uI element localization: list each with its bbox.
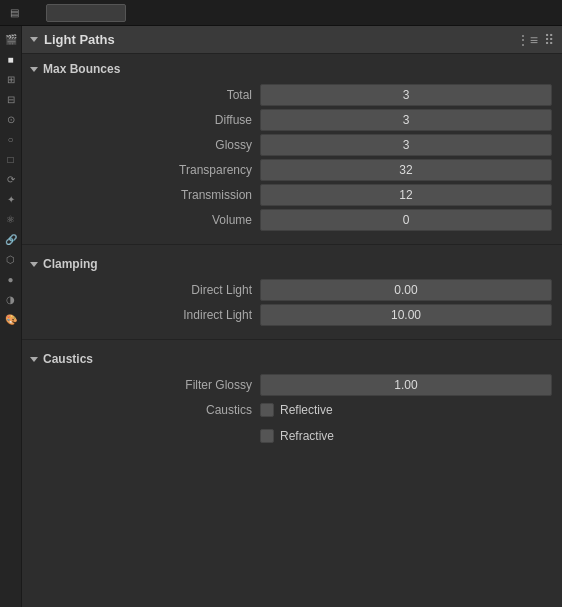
sidebar: 🎬 ■ ⊞ ⊟ ⊙ ○ □ ⟳ ✦ ⚛ 🔗 ⬡ ● ◑ 🎨 [0, 26, 22, 607]
total-value[interactable]: 3 [260, 84, 552, 106]
caustics-label-spacer: Caustics [30, 403, 260, 417]
grid-view-icon[interactable]: ⠿ [544, 32, 554, 48]
list-view-icon[interactable]: ⋮≡ [516, 32, 538, 48]
glossy-field-row: Glossy 3 [30, 134, 554, 156]
volume-field-row: Volume 0 [30, 209, 554, 231]
max-bounces-section: Max Bounces Total 3 Diffuse 3 Glossy 3 T… [22, 54, 562, 240]
panel-header: Light Paths ⋮≡ ⠿ [22, 26, 562, 54]
panel-collapse-icon[interactable] [30, 37, 38, 42]
caustics-title: Caustics [43, 352, 93, 366]
refractive-checkbox[interactable] [260, 429, 274, 443]
glossy-value[interactable]: 3 [260, 134, 552, 156]
caustics-collapse-icon [30, 357, 38, 362]
max-bounces-header[interactable]: Max Bounces [30, 60, 554, 78]
transparency-value[interactable]: 32 [260, 159, 552, 181]
view-layer-icon[interactable]: ⊟ [2, 90, 20, 108]
particles-icon[interactable]: ✦ [2, 190, 20, 208]
reflective-checkbox-group: Reflective [260, 403, 333, 417]
transmission-value[interactable]: 12 [260, 184, 552, 206]
app-icon: ▤ [6, 5, 22, 21]
transparency-field-row: Transparency 32 [30, 159, 554, 181]
reflective-label: Reflective [280, 403, 333, 417]
filter-glossy-field-row: Filter Glossy 1.00 [30, 374, 554, 396]
panel-header-icons: ⋮≡ ⠿ [516, 32, 554, 48]
diffuse-label: Diffuse [30, 113, 260, 127]
modifier-icon[interactable]: ⟳ [2, 170, 20, 188]
glossy-label: Glossy [30, 138, 260, 152]
main-container: 🎬 ■ ⊞ ⊟ ⊙ ○ □ ⟳ ✦ ⚛ 🔗 ⬡ ● ◑ 🎨 Light Path… [0, 26, 562, 607]
direct-light-value[interactable]: 0.00 [260, 279, 552, 301]
filter-glossy-value[interactable]: 1.00 [260, 374, 552, 396]
clamping-header[interactable]: Clamping [30, 255, 554, 273]
max-bounces-title: Max Bounces [43, 62, 120, 76]
constraints-icon[interactable]: 🔗 [2, 230, 20, 248]
caustics-header[interactable]: Caustics [30, 350, 554, 368]
reflective-row: Caustics Reflective [30, 399, 554, 421]
clamping-title: Clamping [43, 257, 98, 271]
object-icon[interactable]: □ [2, 150, 20, 168]
indirect-light-value[interactable]: 10.00 [260, 304, 552, 326]
render-icon[interactable]: ■ [2, 50, 20, 68]
output-icon[interactable]: ⊞ [2, 70, 20, 88]
indirect-light-label: Indirect Light [30, 308, 260, 322]
volume-label: Volume [30, 213, 260, 227]
refractive-checkbox-group: Refractive [260, 429, 334, 443]
panel-title: Light Paths [44, 32, 115, 47]
clamping-collapse-icon [30, 262, 38, 267]
shading-icon[interactable]: ◑ [2, 290, 20, 308]
material-icon[interactable]: ● [2, 270, 20, 288]
refractive-row: Refractive [30, 425, 554, 447]
scene2-icon[interactable]: ⊙ [2, 110, 20, 128]
effects-icon[interactable]: 🎨 [2, 310, 20, 328]
max-bounces-collapse-icon [30, 67, 38, 72]
indirect-light-field-row: Indirect Light 10.00 [30, 304, 554, 326]
panel-title-row: Light Paths [30, 32, 115, 47]
reflective-checkbox[interactable] [260, 403, 274, 417]
world-icon[interactable]: ○ [2, 130, 20, 148]
total-label: Total [30, 88, 260, 102]
volume-value[interactable]: 0 [260, 209, 552, 231]
data-icon[interactable]: ⬡ [2, 250, 20, 268]
direct-light-label: Direct Light [30, 283, 260, 297]
caustics-section: Caustics Filter Glossy 1.00 Caustics Ref… [22, 344, 562, 457]
clamping-section: Clamping Direct Light 0.00 Indirect Ligh… [22, 249, 562, 335]
transparency-label: Transparency [30, 163, 260, 177]
transmission-field-row: Transmission 12 [30, 184, 554, 206]
search-box[interactable] [46, 4, 126, 22]
diffuse-field-row: Diffuse 3 [30, 109, 554, 131]
physics-icon[interactable]: ⚛ [2, 210, 20, 228]
caustics-label: Caustics [206, 403, 260, 417]
scene-icon[interactable]: 🎬 [2, 30, 20, 48]
diffuse-value[interactable]: 3 [260, 109, 552, 131]
top-bar: ▤ [0, 0, 562, 26]
search-input[interactable] [47, 7, 125, 19]
total-field-row: Total 3 [30, 84, 554, 106]
transmission-label: Transmission [30, 188, 260, 202]
content-area: Light Paths ⋮≡ ⠿ Max Bounces Total 3 Dif… [22, 26, 562, 607]
refractive-label: Refractive [280, 429, 334, 443]
direct-light-field-row: Direct Light 0.00 [30, 279, 554, 301]
filter-glossy-label: Filter Glossy [30, 378, 260, 392]
